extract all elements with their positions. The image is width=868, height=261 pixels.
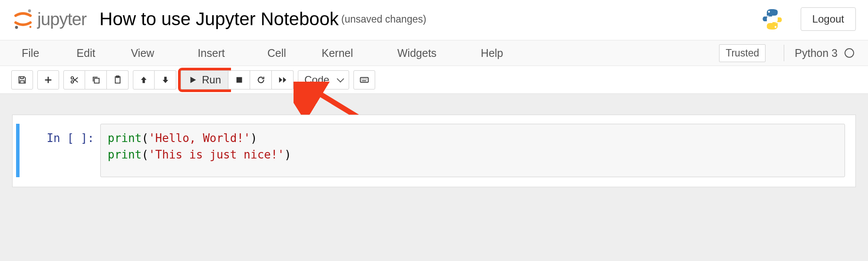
svg-rect-10: [236, 77, 242, 83]
toolbar: Run Code: [0, 66, 868, 94]
code-cell[interactable]: In [ ]: print('Hello, World!') print('Th…: [16, 124, 845, 177]
menu-file[interactable]: File: [17, 45, 43, 61]
logout-button[interactable]: Logout: [801, 7, 856, 31]
menu-insert[interactable]: Insert: [193, 45, 229, 61]
play-icon: [188, 75, 198, 85]
menu-widgets[interactable]: Widgets: [393, 45, 441, 61]
svg-rect-7: [94, 78, 99, 83]
svg-point-3: [768, 10, 769, 12]
scissors-icon: [69, 75, 79, 85]
run-button[interactable]: Run: [181, 70, 228, 89]
stop-icon: [234, 75, 244, 85]
cell-type-select[interactable]: Code: [298, 70, 349, 89]
restart-run-all-button[interactable]: [272, 70, 294, 89]
arrow-down-icon: [161, 75, 170, 85]
menubar: FileEditViewInsertCellKernelWidgetsHelp …: [0, 40, 868, 66]
jupyter-logo-icon: [12, 8, 34, 30]
copy-button[interactable]: [85, 70, 107, 89]
svg-point-2: [30, 26, 32, 28]
menu-help[interactable]: Help: [476, 45, 507, 61]
menu-cell[interactable]: Cell: [263, 45, 290, 61]
kernel-idle-icon: [845, 48, 854, 58]
cut-button[interactable]: [63, 70, 85, 89]
plus-icon: [43, 75, 53, 85]
run-button-label: Run: [202, 74, 221, 86]
fast-forward-icon: [278, 75, 287, 85]
menu-view[interactable]: View: [126, 45, 158, 61]
jupyter-logo[interactable]: jupyter: [12, 8, 86, 30]
svg-point-0: [28, 10, 31, 13]
save-status: (unsaved changes): [341, 13, 426, 25]
svg-point-1: [15, 26, 18, 29]
svg-rect-11: [360, 77, 368, 82]
code-input[interactable]: print('Hello, World!') print('This is ju…: [100, 124, 845, 177]
restart-icon: [256, 75, 266, 85]
trusted-indicator[interactable]: Trusted: [719, 44, 766, 62]
notebook-area: In [ ]: print('Hello, World!') print('Th…: [0, 94, 868, 261]
command-palette-button[interactable]: [353, 70, 375, 89]
save-icon: [17, 75, 27, 85]
python-logo-icon: [760, 7, 784, 31]
arrow-up-icon: [139, 75, 149, 85]
save-button[interactable]: [11, 70, 33, 89]
jupyter-logo-text: jupyter: [37, 10, 86, 29]
header-bar: jupyter How to use Jupyter Notebook (uns…: [0, 0, 868, 40]
kernel-name[interactable]: Python 3: [795, 47, 838, 59]
add-cell-button[interactable]: [37, 70, 59, 89]
separator: [784, 45, 784, 61]
restart-button[interactable]: [250, 70, 272, 89]
interrupt-button[interactable]: [228, 70, 250, 89]
cell-prompt: In [ ]:: [25, 124, 100, 177]
notebook-title[interactable]: How to use Jupyter Notebook: [99, 9, 339, 30]
move-down-button[interactable]: [155, 70, 176, 89]
keyboard-icon: [360, 75, 369, 85]
move-up-button[interactable]: [133, 70, 155, 89]
notebook-page: In [ ]: print('Hello, World!') print('Th…: [12, 115, 856, 187]
menu-kernel[interactable]: Kernel: [317, 45, 357, 61]
svg-point-4: [774, 26, 776, 27]
copy-icon: [91, 75, 101, 85]
paste-button[interactable]: [107, 70, 129, 89]
menu-edit[interactable]: Edit: [72, 45, 99, 61]
paste-icon: [113, 75, 122, 85]
